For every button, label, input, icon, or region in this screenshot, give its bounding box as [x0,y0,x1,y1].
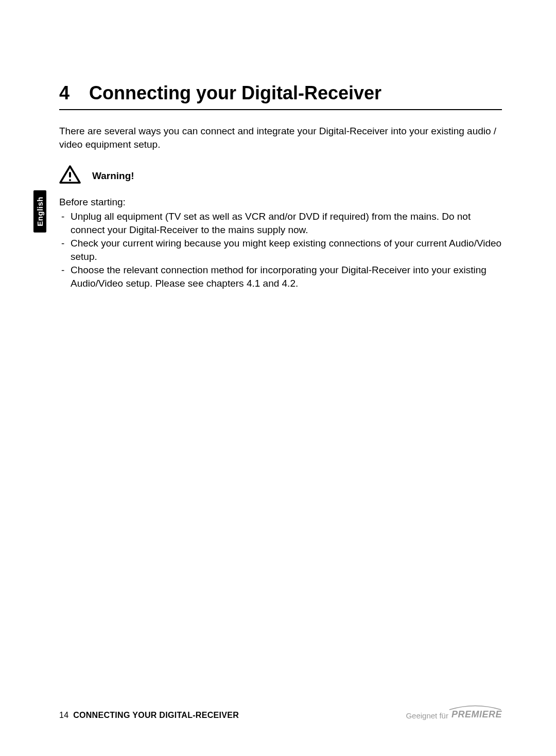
before-starting-text: Before starting: [59,196,502,209]
list-item: Check your current wiring because you mi… [59,237,502,263]
premiere-logo: PREMIERE [448,704,502,720]
bullet-list: Unplug all equipment (TV set as well as … [59,210,502,290]
suitable-for-text: Geeignet für [406,711,448,720]
document-page: English 4 Connecting your Digital-Receiv… [0,0,556,756]
footer-left: 14 CONNECTING YOUR DIGITAL-RECEIVER [59,711,239,720]
premiere-brand-text: PREMIERE [451,709,502,719]
intro-paragraph: There are several ways you can connect a… [59,125,502,151]
list-item: Choose the relevant connection method fo… [59,263,502,290]
chapter-number: 4 [59,82,89,104]
warning-block: Warning! [59,165,502,186]
footer-section-title: CONNECTING YOUR DIGITAL-RECEIVER [73,711,239,719]
warning-icon [59,165,81,186]
page-footer: 14 CONNECTING YOUR DIGITAL-RECEIVER Geei… [59,704,502,720]
footer-right: Geeignet für PREMIERE [406,704,502,720]
page-number: 14 [59,711,68,719]
chapter-heading: 4 Connecting your Digital-Receiver [59,82,502,110]
svg-point-0 [69,179,71,181]
language-tab: English [33,190,46,233]
svg-rect-1 [69,172,71,178]
list-item: Unplug all equipment (TV set as well as … [59,210,502,236]
warning-label: Warning! [92,170,134,182]
chapter-title: Connecting your Digital-Receiver [89,82,381,104]
